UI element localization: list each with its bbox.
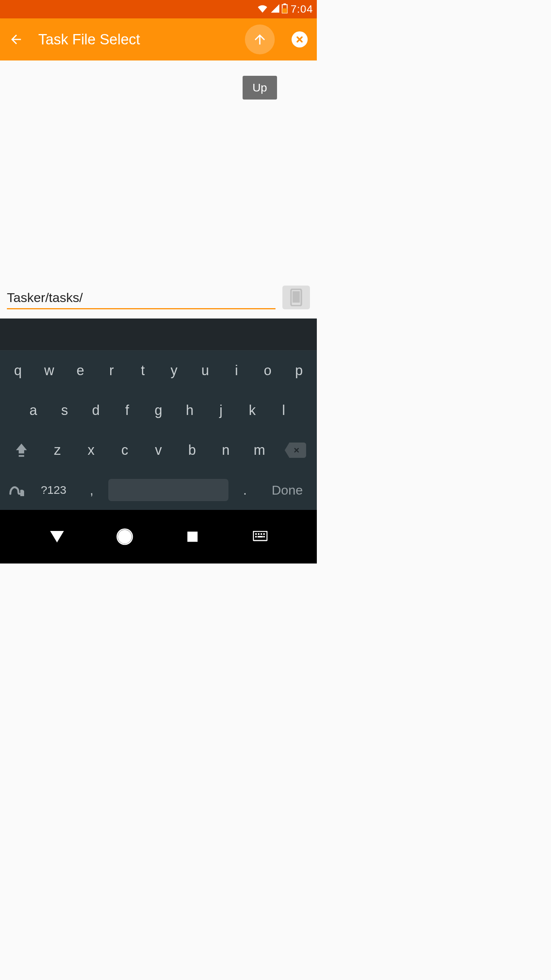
svg-rect-14 xyxy=(255,536,257,537)
key-m[interactable]: m xyxy=(243,438,276,462)
svg-rect-2 xyxy=(282,8,287,13)
key-r[interactable]: r xyxy=(96,359,127,382)
nav-recents-button[interactable] xyxy=(181,531,204,543)
keyboard-row-4: ?123 , . Done xyxy=(0,470,317,510)
svg-rect-11 xyxy=(258,533,259,535)
keyboard-suggestion-bar xyxy=(0,318,317,351)
key-q[interactable]: q xyxy=(2,359,34,382)
back-arrow-icon xyxy=(9,32,23,47)
svg-rect-12 xyxy=(261,533,262,535)
key-w[interactable]: w xyxy=(34,359,65,382)
nav-back-button[interactable] xyxy=(46,531,68,542)
svg-point-6 xyxy=(118,530,132,544)
svg-rect-10 xyxy=(255,533,257,535)
key-b[interactable]: b xyxy=(175,438,209,462)
key-t[interactable]: t xyxy=(127,359,158,382)
backspace-key[interactable] xyxy=(276,443,315,458)
phone-icon xyxy=(290,289,303,306)
system-nav-bar xyxy=(0,510,317,564)
keyboard-switch-icon xyxy=(253,531,267,542)
symbols-key[interactable]: ?123 xyxy=(32,483,75,497)
gesture-typing-key[interactable] xyxy=(4,482,31,498)
path-row xyxy=(7,286,310,309)
keyboard-row-1: q w e r t y u i o p xyxy=(0,351,317,390)
nav-ime-switch-button[interactable] xyxy=(249,531,272,542)
up-arrow-icon xyxy=(252,32,267,47)
svg-rect-5 xyxy=(19,455,24,457)
key-u[interactable]: u xyxy=(190,359,221,382)
key-h[interactable]: h xyxy=(174,399,205,422)
status-time: 7:04 xyxy=(291,3,313,15)
appbar-up-button[interactable] xyxy=(245,24,275,54)
done-key[interactable]: Done xyxy=(261,483,313,498)
status-bar: 7:04 xyxy=(0,0,317,18)
close-button[interactable] xyxy=(292,31,308,47)
spacebar-key[interactable] xyxy=(108,479,228,501)
key-c[interactable]: c xyxy=(108,438,142,462)
period-key[interactable]: . xyxy=(230,483,260,498)
svg-rect-4 xyxy=(293,291,300,303)
key-p[interactable]: p xyxy=(283,359,315,382)
svg-rect-15 xyxy=(263,536,265,537)
key-y[interactable]: y xyxy=(158,359,190,382)
gesture-icon xyxy=(9,482,26,498)
key-l[interactable]: l xyxy=(268,399,299,422)
close-icon xyxy=(295,35,304,44)
nav-recents-icon xyxy=(186,531,199,543)
cell-signal-icon xyxy=(270,4,279,14)
key-n[interactable]: n xyxy=(209,438,243,462)
key-z[interactable]: z xyxy=(41,438,74,462)
key-g[interactable]: g xyxy=(143,399,174,422)
comma-key[interactable]: , xyxy=(77,483,107,498)
key-s[interactable]: s xyxy=(49,399,80,422)
key-x[interactable]: x xyxy=(74,438,108,462)
app-bar-title: Task File Select xyxy=(35,31,235,48)
key-k[interactable]: k xyxy=(236,399,268,422)
status-icons xyxy=(257,3,288,15)
svg-rect-13 xyxy=(263,533,265,535)
key-a[interactable]: a xyxy=(18,399,49,422)
storage-picker-button[interactable] xyxy=(282,286,310,309)
key-f[interactable]: f xyxy=(111,399,143,422)
nav-back-icon xyxy=(50,531,64,542)
shift-key[interactable] xyxy=(2,443,41,458)
file-list-area: Up xyxy=(0,60,317,318)
nav-home-icon xyxy=(116,528,133,545)
keyboard-row-2: a s d f g h j k l xyxy=(0,390,317,430)
key-o[interactable]: o xyxy=(252,359,284,382)
soft-keyboard: q w e r t y u i o p a s d f g h j k l xyxy=(0,318,317,510)
key-j[interactable]: j xyxy=(205,399,237,422)
back-button[interactable] xyxy=(7,30,25,49)
nav-home-button[interactable] xyxy=(113,528,136,545)
backspace-icon xyxy=(285,443,306,458)
svg-rect-8 xyxy=(187,532,197,542)
path-input[interactable] xyxy=(7,288,276,309)
battery-icon xyxy=(282,3,288,15)
keyboard-row-3: z x c v b n m xyxy=(0,430,317,470)
svg-rect-16 xyxy=(258,536,263,537)
key-i[interactable]: i xyxy=(221,359,252,382)
key-d[interactable]: d xyxy=(80,399,112,422)
app-bar: Task File Select xyxy=(0,18,317,60)
wifi-icon xyxy=(257,4,268,14)
key-e[interactable]: e xyxy=(65,359,96,382)
up-directory-button[interactable]: Up xyxy=(243,76,277,100)
shift-icon xyxy=(15,443,28,458)
key-v[interactable]: v xyxy=(142,438,175,462)
